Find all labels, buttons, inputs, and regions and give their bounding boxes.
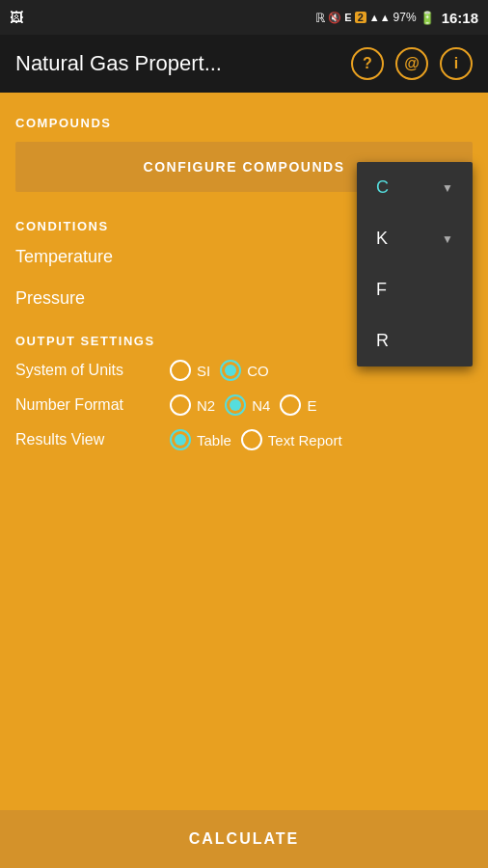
- temperature-unit-dropdown[interactable]: C ▼ K ▼ F R: [357, 162, 473, 366]
- dropdown-option-f[interactable]: F: [357, 264, 473, 315]
- dropdown-c-label: C: [376, 177, 389, 198]
- radio-table[interactable]: Table: [170, 429, 231, 450]
- status-icons: ℝ 🔇 E 2 ▲▲ 97% 🔋 16:18: [315, 10, 478, 26]
- radio-e[interactable]: E: [280, 394, 316, 416]
- radio-si-circle[interactable]: [170, 360, 191, 381]
- radio-co-label: CO: [247, 363, 269, 379]
- radio-n4-circle[interactable]: [225, 394, 246, 416]
- app-bar-icons: ? @ i: [351, 47, 473, 80]
- signal-2-icon: 2: [355, 12, 366, 23]
- dropdown-option-k[interactable]: K ▼: [357, 213, 473, 264]
- dropdown-option-r[interactable]: R: [357, 315, 473, 366]
- temperature-label: Temperature: [15, 247, 359, 267]
- results-view-label: Results View: [15, 431, 170, 448]
- radio-si[interactable]: SI: [170, 360, 210, 381]
- radio-co-circle[interactable]: [220, 360, 241, 381]
- radio-n4[interactable]: N4: [225, 394, 270, 416]
- status-left: 🖼: [10, 10, 23, 25]
- clock: 16:18: [442, 10, 478, 26]
- gallery-icon: 🖼: [10, 10, 23, 25]
- dropdown-r-label: R: [376, 331, 389, 351]
- network-icon: ▲▲: [369, 12, 391, 23]
- compounds-section-header: COMPOUNDS: [15, 116, 473, 130]
- dropdown-k-arrow: ▼: [442, 232, 453, 246]
- radio-e-label: E: [307, 397, 316, 414]
- dropdown-k-label: K: [376, 229, 388, 249]
- number-format-label: Number Format: [15, 396, 170, 414]
- radio-text-report-label: Text Report: [268, 432, 342, 448]
- dropdown-option-c[interactable]: C ▼: [357, 162, 473, 213]
- radio-table-circle[interactable]: [170, 429, 191, 450]
- radio-text-report-circle[interactable]: [241, 429, 262, 450]
- status-bar: 🖼 ℝ 🔇 E 2 ▲▲ 97% 🔋 16:18: [0, 0, 488, 35]
- app-title: Natural Gas Propert...: [15, 51, 222, 76]
- dropdown-f-label: F: [376, 280, 387, 300]
- radio-n2[interactable]: N2: [170, 394, 215, 416]
- help-button[interactable]: ?: [351, 47, 384, 80]
- results-view-row: Results View Table Text Report: [15, 429, 473, 450]
- radio-co[interactable]: CO: [220, 360, 269, 381]
- info-button[interactable]: i: [440, 47, 473, 80]
- signal-e-icon: E: [344, 12, 351, 23]
- radio-e-circle[interactable]: [280, 394, 301, 416]
- system-of-units-group: SI CO: [170, 360, 269, 381]
- results-view-group: Table Text Report: [170, 429, 342, 450]
- at-button[interactable]: @: [395, 47, 428, 80]
- battery-text: 97%: [393, 11, 417, 24]
- radio-si-label: SI: [197, 363, 210, 379]
- radio-n2-label: N2: [197, 397, 215, 414]
- pressure-label: Pressure: [15, 288, 359, 309]
- calculate-button[interactable]: CALCULATE: [0, 810, 488, 868]
- number-format-row: Number Format N2 N4 E: [15, 394, 473, 416]
- volume-icon: 🔇: [328, 12, 341, 24]
- radio-n4-label: N4: [252, 397, 270, 414]
- bluetooth-icon: ℝ: [315, 11, 325, 25]
- dropdown-c-arrow: ▼: [442, 181, 453, 195]
- number-format-group: N2 N4 E: [170, 394, 316, 416]
- radio-n2-circle[interactable]: [170, 394, 191, 416]
- radio-table-label: Table: [197, 432, 231, 448]
- app-bar: Natural Gas Propert... ? @ i: [0, 35, 488, 93]
- radio-text-report[interactable]: Text Report: [241, 429, 342, 450]
- battery-icon: 🔋: [420, 11, 435, 25]
- system-of-units-label: System of Units: [15, 362, 170, 379]
